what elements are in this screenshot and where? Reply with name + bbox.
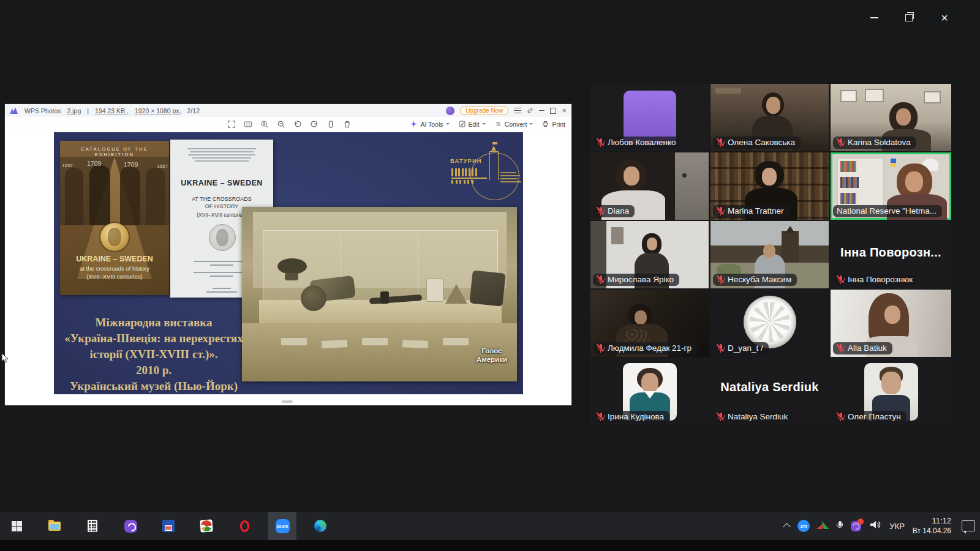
rotate-right-icon[interactable] — [309, 119, 319, 129]
participant-nameplate: Karina Soldatova — [833, 137, 916, 149]
microphone-tray-icon[interactable] — [837, 521, 843, 531]
baturyn-emblem: БАТУРИН — [449, 148, 519, 203]
notification-center-icon[interactable] — [962, 520, 975, 531]
account-avatar[interactable] — [446, 107, 454, 115]
print-button[interactable]: Print — [541, 120, 565, 128]
viber-icon — [124, 520, 137, 533]
floppy-app-button[interactable] — [154, 512, 183, 540]
language-indicator[interactable]: УКР — [889, 522, 905, 531]
participant-nameplate: Любов Коваленко — [593, 137, 681, 149]
wps-file-size[interactable]: 194.23 KB , — [95, 107, 129, 114]
cover-title: UKRAINE – SWEDEN — [60, 255, 169, 263]
wps-minimize-icon[interactable] — [539, 110, 545, 111]
participant-tile[interactable]: Marina Trattner — [710, 152, 829, 220]
participant-tile[interactable]: Ірина Кудінова — [590, 358, 709, 425]
convert-button[interactable]: Convert — [494, 120, 533, 128]
wps-file-dimensions[interactable]: 1920 × 1080 px, — [135, 107, 181, 114]
ai-tools-label: AI Tools — [420, 121, 443, 128]
page-line: AT THE CROSSROADS — [170, 196, 273, 202]
start-button[interactable] — [2, 512, 31, 540]
participant-tile[interactable]: Інна Поворозн... Інна Поворознюк — [831, 221, 951, 288]
zoom-tray-icon[interactable]: zm — [797, 520, 810, 532]
volume-icon[interactable] — [869, 519, 881, 533]
ai-tools-button[interactable]: AI Tools — [410, 120, 449, 128]
file-explorer-button[interactable] — [40, 512, 69, 540]
restore-icon — [905, 14, 913, 21]
edge-button[interactable] — [306, 512, 334, 540]
wps-page-indicator: 2/12 — [187, 107, 200, 114]
participant-name: Нескуба Максим — [728, 275, 791, 284]
pin-icon[interactable] — [527, 107, 533, 114]
participant-tile[interactable]: Alla Batiuk — [831, 290, 951, 357]
participant-name: Diana — [608, 206, 629, 216]
participant-tile[interactable]: Нескуба Максим — [710, 221, 829, 288]
opera-button[interactable] — [230, 512, 258, 540]
participant-nameplate: Олена Саковська — [713, 137, 801, 149]
wps-maximize-icon[interactable] — [550, 108, 556, 114]
participant-nameplate: D_yan_t / — [713, 342, 769, 354]
opera-icon — [240, 520, 249, 532]
cover-date: 1709 — [124, 161, 138, 168]
catalogue-header: CATALOGUE OF THE EXHIBITION — [60, 146, 169, 157]
svg-text:1:1: 1:1 — [246, 123, 251, 126]
pinwheel-icon — [200, 519, 213, 532]
emblem-text: БАТУРИН — [450, 157, 482, 164]
desktop: × WPS Photos 2.jpg | 194.23 KB , 1920 × … — [0, 0, 980, 551]
cover-date: 1657 — [62, 163, 73, 168]
upgrade-now-button[interactable]: Upgrade Now — [460, 106, 508, 115]
tray-app-icon[interactable] — [818, 521, 829, 531]
muted-mic-icon — [717, 412, 725, 421]
cover-date: 1657 — [157, 163, 168, 169]
calculator-icon — [88, 520, 97, 532]
participant-name: Мирослава Яріко — [608, 275, 674, 284]
muted-mic-icon — [837, 138, 845, 147]
catalogue-cover: CATALOGUE OF THE EXHIBITION 1657 1709 17… — [60, 141, 169, 295]
participant-name: Любов Коваленко — [608, 138, 676, 147]
muted-mic-icon — [837, 275, 845, 284]
muted-mic-icon — [717, 343, 725, 353]
wps-file-name[interactable]: 2.jpg — [67, 107, 81, 114]
clock[interactable]: 11:12 Вт 14.04.26 — [913, 516, 951, 536]
participant-tile[interactable]: Nataliya Serdiuk Nataliya Serdiuk — [710, 358, 829, 425]
viber-button[interactable] — [116, 512, 145, 540]
rotate-left-icon[interactable] — [293, 119, 303, 129]
tray-expand-icon[interactable] — [783, 523, 791, 531]
menu-icon[interactable] — [514, 108, 521, 113]
participant-tile[interactable]: Любов Коваленко — [590, 84, 709, 151]
fullscreen-icon[interactable] — [227, 119, 236, 129]
zoom-out-icon[interactable] — [276, 119, 286, 129]
participant-tile[interactable]: Олег Пластун — [831, 358, 951, 425]
participant-tile[interactable]: Karina Soldatova — [831, 84, 951, 151]
participant-display-name: Nataliya Serdiuk — [710, 380, 829, 394]
zoom-app-button[interactable]: zoom — [268, 512, 296, 540]
portrait-mode-icon[interactable] — [326, 119, 336, 129]
image-pager[interactable] — [282, 400, 293, 403]
edit-button[interactable]: Edit — [458, 120, 486, 128]
page-coin — [209, 224, 236, 251]
restore-button[interactable] — [895, 9, 923, 27]
participant-tile[interactable]: D_yan_t / — [710, 290, 829, 357]
one-to-one-icon[interactable]: 1:1 — [243, 119, 253, 129]
participant-name: Олена Саковська — [728, 138, 795, 147]
participant-tile-active-speaker[interactable]: National Reserve "Hetma... — [831, 152, 951, 220]
minimize-button[interactable] — [860, 9, 888, 27]
museum-photo: Голос Америки — [242, 207, 517, 381]
delete-icon[interactable] — [342, 119, 352, 129]
floppy-disk-icon — [162, 520, 175, 532]
edit-label: Edit — [469, 121, 480, 128]
participant-name: D_yan_t / — [728, 343, 763, 353]
participant-nameplate: Marina Trattner — [713, 205, 790, 217]
calculator-button[interactable] — [78, 512, 107, 540]
muted-mic-icon — [597, 343, 605, 353]
wps-titlebar: WPS Photos 2.jpg | 194.23 KB , 1920 × 10… — [5, 104, 571, 117]
zoom-in-icon[interactable] — [260, 119, 270, 129]
participant-tile[interactable]: Олена Саковська — [710, 84, 829, 151]
participant-tile[interactable]: Мирослава Яріко — [590, 221, 709, 288]
wps-close-icon[interactable]: × — [562, 107, 567, 114]
participant-tile[interactable]: Diana — [590, 152, 709, 220]
photo-app-button[interactable] — [192, 512, 221, 540]
folder-icon — [48, 522, 61, 531]
close-button[interactable]: × — [930, 9, 959, 27]
participant-tile[interactable]: Людмила Федак 21-гр — [590, 290, 709, 357]
viber-tray-icon[interactable] — [851, 521, 861, 531]
